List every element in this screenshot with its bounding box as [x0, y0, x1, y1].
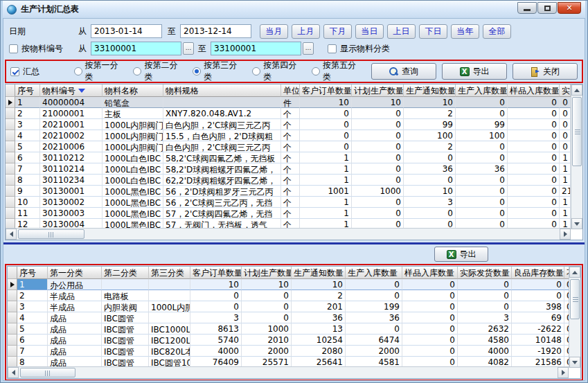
- table-cell[interactable]: 30110212: [40, 152, 103, 163]
- row-header-cell[interactable]: [6, 108, 15, 119]
- table-cell[interactable]: 1000L内胆装: [149, 301, 190, 312]
- date-from-input[interactable]: 2013-01-14: [91, 24, 162, 38]
- table-cell[interactable]: [102, 279, 149, 290]
- column-header[interactable]: 实际发货数量: [458, 267, 512, 279]
- table-cell[interactable]: 6474: [346, 335, 402, 346]
- table-cell[interactable]: 30110214: [40, 163, 103, 175]
- table-cell[interactable]: 0: [458, 279, 512, 290]
- table-cell[interactable]: 20210001: [40, 119, 103, 130]
- table-cell[interactable]: 36: [346, 312, 402, 323]
- table-cell[interactable]: 0: [560, 141, 571, 152]
- table-cell[interactable]: 0: [402, 312, 458, 323]
- column-header[interactable]: 实: [560, 84, 571, 97]
- table-cell[interactable]: 2: [15, 108, 40, 119]
- column-header[interactable]: 生产通知数量: [404, 84, 456, 97]
- table-cell[interactable]: 白色内胆，2'C球阀三元乙丙: [163, 119, 281, 130]
- table-cell[interactable]: 0: [456, 108, 508, 119]
- table-cell[interactable]: 10254: [292, 335, 346, 346]
- table-cell[interactable]: 1: [300, 208, 352, 219]
- table-cell[interactable]: 2010: [242, 335, 292, 346]
- column-header[interactable]: 序号: [17, 267, 48, 279]
- table-cell[interactable]: 10148: [512, 335, 564, 346]
- table-row[interactable]: 3202100011000L内胆阀门白色内胆，2'C球阀三元乙丙个0099990…: [6, 119, 571, 130]
- table-cell[interactable]: 0: [404, 208, 456, 219]
- date-to-input[interactable]: 2013-12-14: [180, 24, 251, 38]
- column-header[interactable]: 良品库存数量: [512, 267, 564, 279]
- table-cell[interactable]: [163, 97, 281, 108]
- row-header-cell[interactable]: [6, 208, 15, 219]
- table-cell[interactable]: 10: [242, 279, 292, 290]
- table-cell[interactable]: 11: [15, 208, 40, 219]
- row-header-cell[interactable]: [6, 152, 15, 163]
- table-cell[interactable]: 69: [512, 312, 564, 323]
- column-header[interactable]: 物料编号: [40, 84, 103, 97]
- table-cell[interactable]: 个: [281, 141, 300, 152]
- scroll-left-button[interactable]: [6, 229, 17, 240]
- table-cell[interactable]: 0: [508, 197, 560, 208]
- table-cell[interactable]: 半成品: [48, 290, 102, 301]
- table-cell[interactable]: 10: [404, 97, 456, 108]
- table-row[interactable]: 4成品IBC圆管30363603690: [8, 312, 573, 323]
- table-cell[interactable]: 10: [15, 197, 40, 208]
- bottom-table-horizontal-scrollbar[interactable]: [8, 366, 569, 378]
- query-button[interactable]: 查询: [371, 63, 436, 80]
- row-header-cell[interactable]: [8, 301, 17, 312]
- row-header-cell[interactable]: [8, 279, 17, 290]
- table-cell[interactable]: 2: [292, 290, 346, 301]
- table-cell[interactable]: 9: [15, 186, 40, 197]
- material-to-browse-button[interactable]: ...: [303, 42, 314, 55]
- table-cell[interactable]: 1001: [300, 186, 352, 197]
- section-splitter[interactable]: [3, 242, 585, 244]
- table-cell[interactable]: 10: [300, 97, 352, 108]
- table-cell[interactable]: 0: [560, 97, 571, 108]
- category-radio-2[interactable]: 按第二分类: [133, 60, 183, 83]
- table-cell[interactable]: 99: [404, 119, 456, 130]
- table-cell[interactable]: IBC1000L黑: [149, 323, 190, 335]
- row-header-cell[interactable]: [6, 163, 15, 175]
- table-cell[interactable]: 2632: [458, 323, 512, 335]
- table-row[interactable]: 10301300021000L黑色IBC56，2'C球阀三元乙丙，无挡个1030…: [6, 197, 571, 208]
- table-cell[interactable]: XNY7.820.048.AV1.2: [163, 108, 281, 119]
- row-header-cell[interactable]: [6, 97, 15, 108]
- table-cell[interactable]: [149, 290, 190, 301]
- column-header[interactable]: 第三分类: [149, 267, 190, 279]
- table-cell[interactable]: 100: [456, 130, 508, 141]
- row-header-cell[interactable]: [6, 186, 15, 197]
- table-cell[interactable]: 56，2'C球阀三元乙丙，无挡: [163, 197, 281, 208]
- table-cell[interactable]: 1: [560, 175, 571, 186]
- table-cell[interactable]: 2000: [346, 346, 402, 357]
- table-cell[interactable]: 成品: [48, 323, 102, 335]
- table-cell[interactable]: 10: [404, 186, 456, 197]
- quick-date-button-1[interactable]: 当月: [260, 24, 288, 39]
- table-cell[interactable]: 3: [17, 301, 48, 312]
- table-cell[interactable]: 个: [281, 130, 300, 141]
- table-cell[interactable]: 1000L白色IBC: [103, 175, 163, 186]
- table-cell[interactable]: 个: [281, 152, 300, 163]
- top-table-vertical-scrollbar[interactable]: [571, 84, 582, 229]
- table-cell[interactable]: 办公用品: [48, 279, 102, 290]
- table-cell[interactable]: 0: [346, 323, 402, 335]
- table-cell[interactable]: 0: [560, 119, 571, 130]
- table-row[interactable]: 7成品IBC圆管IBC820L本色400020002080200004000-1…: [8, 346, 573, 357]
- column-header[interactable]: 单位: [281, 84, 300, 97]
- row-header-cell[interactable]: [6, 130, 15, 141]
- table-cell[interactable]: 99: [456, 119, 508, 130]
- table-cell[interactable]: 1: [560, 208, 571, 219]
- material-to-input[interactable]: 33100001: [211, 42, 301, 55]
- table-cell[interactable]: 199: [346, 301, 402, 312]
- table-cell[interactable]: 1000L黑色IBC: [103, 197, 163, 208]
- column-header[interactable]: 生产入库数量: [346, 267, 402, 279]
- table-cell[interactable]: 0: [352, 130, 404, 141]
- table-cell[interactable]: [149, 279, 190, 290]
- table-cell[interactable]: 3: [404, 197, 456, 208]
- table-cell[interactable]: 0: [560, 108, 571, 119]
- table-cell[interactable]: 3: [15, 119, 40, 130]
- column-header[interactable]: 客户订单数量: [190, 267, 242, 279]
- scroll-left-button[interactable]: [8, 367, 19, 378]
- table-cell[interactable]: 21: [560, 186, 571, 197]
- scroll-thumb[interactable]: [570, 279, 580, 319]
- table-cell[interactable]: 1: [300, 175, 352, 186]
- table-cell[interactable]: 4000: [190, 346, 242, 357]
- table-cell[interactable]: 0: [508, 186, 560, 197]
- table-cell[interactable]: 0: [352, 208, 404, 219]
